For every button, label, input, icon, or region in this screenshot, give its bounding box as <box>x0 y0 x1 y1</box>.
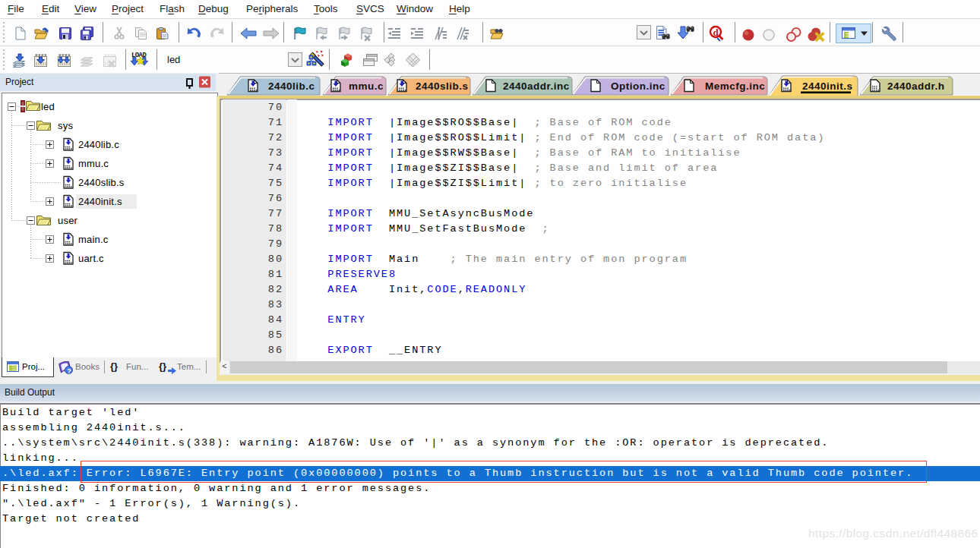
svg-text:mmu.c: mmu.c <box>349 80 384 92</box>
svg-text:?: ? <box>67 367 71 375</box>
svg-text:Memcfg.inc: Memcfg.inc <box>705 80 765 92</box>
svg-text:2440init.s: 2440init.s <box>78 196 122 207</box>
svg-text:d: d <box>713 27 719 38</box>
svg-text:2440addr.h: 2440addr.h <box>887 80 945 92</box>
svg-text:mmu.c: mmu.c <box>78 158 109 169</box>
svg-text:sys: sys <box>58 120 73 131</box>
svg-text:main.c: main.c <box>78 234 109 245</box>
svg-text:2440addr.inc: 2440addr.inc <box>503 80 570 92</box>
svg-text:user: user <box>58 215 78 226</box>
svg-text:Option.inc: Option.inc <box>611 80 665 92</box>
svg-text:2440init.s: 2440init.s <box>802 80 853 92</box>
svg-text:2440lib.c: 2440lib.c <box>268 80 315 92</box>
svg-text:2440lib.c: 2440lib.c <box>78 139 119 150</box>
svg-text:2440slib.s: 2440slib.s <box>416 80 469 92</box>
svg-text:uart.c: uart.c <box>78 253 104 264</box>
svg-text:2440slib.s: 2440slib.s <box>78 177 125 188</box>
svg-text:led: led <box>41 101 55 112</box>
